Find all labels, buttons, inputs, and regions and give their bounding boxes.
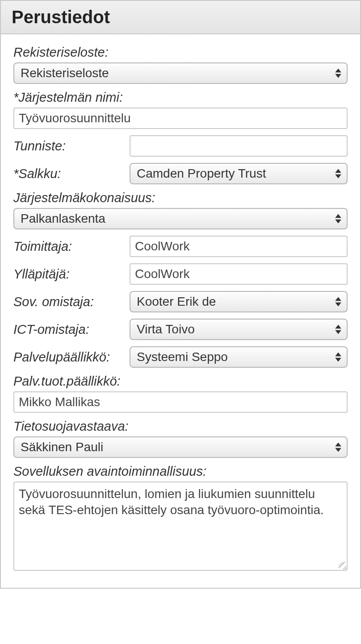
- yllapitaja-label: Ylläpitäjä:: [13, 267, 125, 282]
- sov-omistaja-select[interactable]: Kooter Erik de: [130, 291, 348, 312]
- updown-icon: [335, 353, 341, 362]
- palvelupaallikko-label: Palvelupäällikkö:: [13, 350, 125, 365]
- sov-omistaja-value: Kooter Erik de: [137, 295, 216, 309]
- page-title: Perustiedot: [12, 7, 349, 27]
- svg-marker-11: [335, 358, 341, 362]
- palv-tuot-paallikko-label: Palv.tuot.päällikkö:: [13, 374, 348, 389]
- jarjestelmakokonaisuus-select[interactable]: Palkanlaskenta: [13, 208, 348, 229]
- svg-marker-8: [335, 325, 341, 329]
- palvelupaallikko-select[interactable]: Systeemi Seppo: [130, 346, 348, 368]
- updown-icon: [335, 169, 341, 179]
- svg-marker-0: [335, 69, 341, 73]
- svg-marker-6: [335, 297, 341, 301]
- svg-marker-7: [335, 303, 341, 307]
- salkku-label: *Salkku:: [13, 166, 125, 181]
- updown-icon: [335, 214, 341, 224]
- tunniste-input[interactable]: [130, 135, 348, 157]
- avaintoiminnallisuus-label: Sovelluksen avaintoiminnallisuus:: [13, 464, 348, 479]
- toimittaja-input[interactable]: [130, 236, 348, 257]
- svg-marker-5: [335, 220, 341, 224]
- rekisteriseloste-select[interactable]: Rekisteriseloste: [13, 62, 348, 84]
- panel-body: Rekisteriseloste: Rekisteriseloste *Järj…: [1, 34, 360, 588]
- svg-marker-1: [335, 74, 341, 78]
- basic-info-panel: Perustiedot Rekisteriseloste: Rekisteris…: [0, 0, 361, 589]
- tietosuojavastaava-select[interactable]: Säkkinen Pauli: [13, 436, 348, 458]
- panel-header: Perustiedot: [1, 1, 360, 34]
- yllapitaja-input[interactable]: [130, 263, 348, 285]
- jarjestelmakokonaisuus-value: Palkanlaskenta: [21, 212, 105, 226]
- svg-marker-4: [335, 214, 341, 218]
- svg-marker-13: [335, 448, 341, 452]
- tunniste-label: Tunniste:: [13, 139, 125, 154]
- svg-marker-3: [335, 175, 341, 179]
- rekisteriseloste-label: Rekisteriseloste:: [13, 45, 348, 60]
- ict-omistaja-label: ICT-omistaja:: [13, 322, 125, 337]
- ict-omistaja-select[interactable]: Virta Toivo: [130, 319, 348, 340]
- toimittaja-label: Toimittaja:: [13, 239, 125, 254]
- rekisteriseloste-value: Rekisteriseloste: [21, 66, 109, 80]
- jarjestelmakokonaisuus-label: Järjestelmäkokonaisuus:: [13, 191, 348, 205]
- updown-icon: [335, 443, 341, 452]
- updown-icon: [335, 325, 341, 334]
- updown-icon: [335, 69, 341, 78]
- ict-omistaja-value: Virta Toivo: [137, 322, 195, 337]
- palvelupaallikko-value: Systeemi Seppo: [137, 350, 228, 364]
- svg-marker-10: [335, 353, 341, 357]
- svg-marker-9: [335, 330, 341, 334]
- tietosuojavastaava-value: Säkkinen Pauli: [21, 440, 103, 454]
- salkku-value: Camden Property Trust: [137, 166, 266, 181]
- salkku-select[interactable]: Camden Property Trust: [130, 163, 348, 184]
- svg-marker-12: [335, 443, 341, 447]
- updown-icon: [335, 297, 341, 307]
- jarjestelman-nimi-input[interactable]: [13, 108, 348, 129]
- jarjestelman-nimi-label: *Järjestelmän nimi:: [13, 90, 348, 105]
- tietosuojavastaava-label: Tietosuojavastaava:: [13, 419, 348, 434]
- palv-tuot-paallikko-input[interactable]: [13, 391, 348, 413]
- avaintoiminnallisuus-textarea[interactable]: Työvuorosuunnittelun, lomien ja liukumie…: [13, 482, 348, 571]
- sov-omistaja-label: Sov. omistaja:: [13, 295, 125, 309]
- svg-marker-2: [335, 169, 341, 173]
